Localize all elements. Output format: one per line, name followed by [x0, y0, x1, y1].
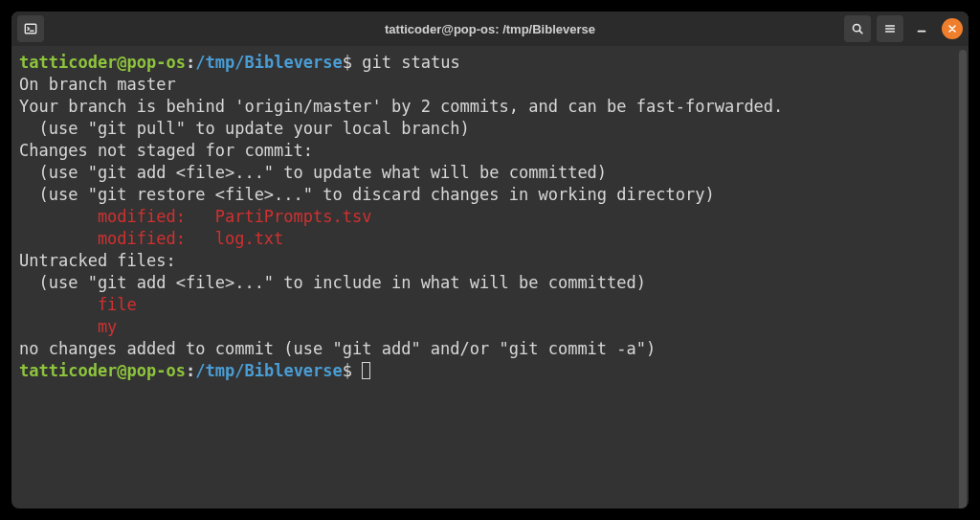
output-line: no changes added to commit (use "git add…	[19, 338, 959, 360]
output-line: (use "git restore <file>..." to discard …	[19, 184, 959, 206]
prompt-line-2: tatticoder@pop-os:/tmp/Bibleverse$	[19, 360, 959, 382]
output-line: Untracked files:	[19, 250, 959, 272]
search-button[interactable]	[844, 15, 871, 42]
prompt-colon: :	[186, 53, 195, 72]
prompt-at: @	[117, 53, 126, 72]
output-line: Your branch is behind 'origin/master' by…	[19, 96, 959, 118]
output-line: On branch master	[19, 74, 959, 96]
menu-button[interactable]	[877, 15, 903, 42]
cursor	[362, 362, 370, 379]
hamburger-icon	[883, 22, 897, 35]
output-line: Changes not staged for commit:	[19, 140, 959, 162]
close-icon	[947, 24, 957, 34]
minimize-icon	[915, 22, 928, 35]
minimize-button[interactable]	[909, 16, 934, 41]
close-button[interactable]	[942, 18, 963, 39]
output-line: (use "git pull" to update your local bra…	[19, 118, 959, 140]
terminal-icon	[24, 22, 37, 35]
svg-rect-0	[25, 24, 35, 34]
output-line: (use "git add <file>..." to include in w…	[19, 272, 959, 294]
output-line: (use "git add <file>..." to update what …	[19, 162, 959, 184]
window-title: tatticoder@pop-os: /tmp/Bibleverse	[385, 22, 595, 36]
prompt-dollar: $	[343, 53, 352, 72]
new-tab-button[interactable]	[17, 15, 44, 42]
modified-file: modified: PartiPrompts.tsv	[19, 206, 959, 228]
prompt-host: pop-os	[127, 53, 186, 72]
prompt-line-1: tatticoder@pop-os:/tmp/Bibleverse$ git s…	[19, 52, 959, 74]
search-icon	[851, 22, 864, 35]
untracked-file: my	[19, 316, 959, 338]
titlebar: tatticoder@pop-os: /tmp/Bibleverse	[11, 11, 969, 46]
terminal-body[interactable]: tatticoder@pop-os:/tmp/Bibleverse$ git s…	[11, 46, 969, 509]
untracked-file: file	[19, 294, 959, 316]
command-1: git status	[362, 53, 459, 72]
terminal-window: tatticoder@pop-os: /tmp/Bibleverse	[11, 11, 969, 509]
prompt-path: /tmp/Bibleverse	[195, 53, 343, 72]
modified-file: modified: log.txt	[19, 228, 959, 250]
prompt-user: tatticoder	[19, 53, 117, 72]
scrollbar[interactable]	[959, 50, 967, 509]
